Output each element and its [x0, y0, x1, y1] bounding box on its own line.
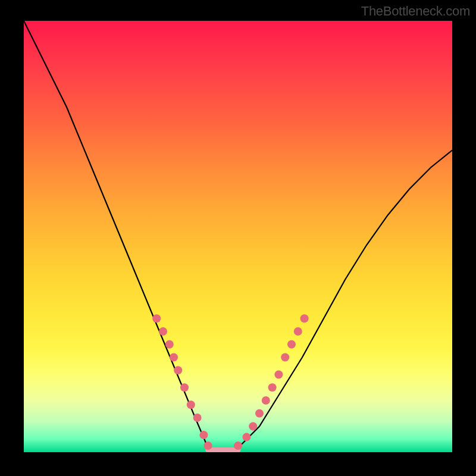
marker-dot: [281, 353, 289, 362]
chart-frame: TheBottleneck.com: [0, 0, 476, 476]
marker-dot: [300, 314, 309, 322]
watermark-text: TheBottleneck.com: [361, 4, 470, 19]
markers-left: [152, 314, 212, 450]
marker-dot: [165, 340, 174, 349]
marker-dot: [174, 366, 182, 374]
marker-dot: [204, 441, 212, 450]
marker-dot: [294, 327, 302, 336]
curve-group: [24, 21, 452, 452]
bottleneck-curve-svg: [24, 21, 452, 452]
marker-dot: [199, 431, 208, 439]
plot-area: [24, 21, 452, 452]
marker-dot: [268, 383, 277, 392]
v-curve: [24, 21, 452, 452]
markers-right: [234, 314, 309, 450]
marker-dot: [242, 433, 250, 441]
marker-dot: [193, 414, 202, 422]
marker-dot: [274, 371, 283, 379]
marker-dot: [187, 400, 195, 409]
marker-dot: [234, 441, 242, 450]
marker-dot: [262, 396, 270, 405]
marker-dot: [159, 327, 167, 336]
marker-dot: [180, 383, 189, 392]
marker-dot: [287, 340, 296, 349]
marker-dot: [249, 422, 257, 431]
marker-dot: [170, 353, 178, 362]
marker-dot: [255, 409, 264, 418]
marker-dot: [152, 314, 161, 322]
